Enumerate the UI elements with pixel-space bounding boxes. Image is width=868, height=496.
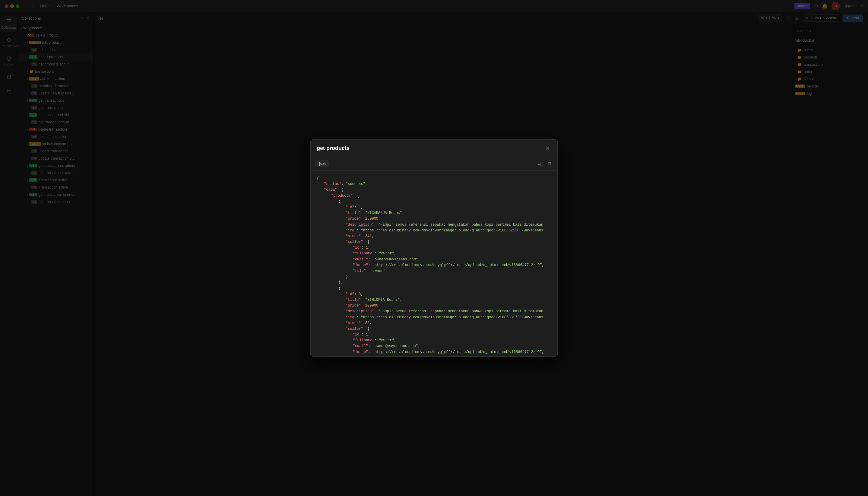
modal-body[interactable]: { "status": "success", "data": { "produc…: [311, 171, 557, 356]
format-button[interactable]: ≡⊟: [536, 160, 545, 168]
modal-dialog: get products ✕ json ≡⊟ ⧉ { "status": "su…: [310, 139, 558, 357]
modal-overlay: get products ✕ json ≡⊟ ⧉ { "status": "su…: [0, 0, 868, 496]
modal-close-button[interactable]: ✕: [544, 144, 551, 152]
copy-button[interactable]: ⧉: [547, 160, 553, 168]
json-tab[interactable]: json: [315, 160, 329, 167]
modal-toolbar: json ≡⊟ ⧉: [311, 157, 557, 171]
modal-header: get products ✕: [311, 140, 557, 157]
modal-title: get products: [317, 145, 544, 152]
